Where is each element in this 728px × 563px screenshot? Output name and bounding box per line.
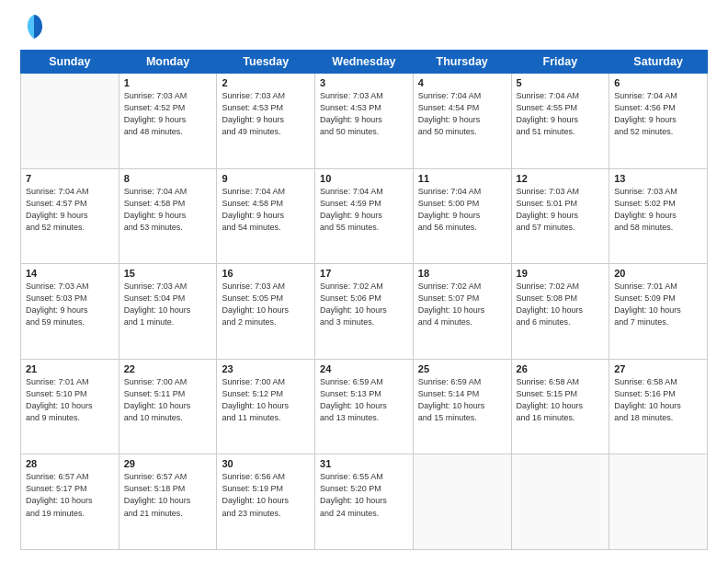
calendar-cell: 22Sunrise: 7:00 AM Sunset: 5:11 PM Dayli… [119, 359, 217, 454]
calendar-week-row: 21Sunrise: 7:01 AM Sunset: 5:10 PM Dayli… [21, 359, 708, 454]
day-info: Sunrise: 7:03 AM Sunset: 5:03 PM Dayligh… [26, 281, 114, 328]
day-info: Sunrise: 7:04 AM Sunset: 4:58 PM Dayligh… [124, 186, 212, 234]
day-number: 4 [418, 77, 506, 88]
logo-icon [24, 13, 44, 40]
day-number: 3 [320, 77, 408, 88]
day-number: 11 [418, 173, 506, 184]
calendar-cell: 27Sunrise: 6:58 AM Sunset: 5:16 PM Dayli… [609, 359, 708, 454]
day-info: Sunrise: 6:59 AM Sunset: 5:13 PM Dayligh… [320, 376, 408, 424]
calendar-cell: 3Sunrise: 7:03 AM Sunset: 4:53 PM Daylig… [315, 74, 414, 169]
calendar-cell: 26Sunrise: 6:58 AM Sunset: 5:15 PM Dayli… [511, 359, 609, 454]
day-info: Sunrise: 7:03 AM Sunset: 5:05 PM Dayligh… [222, 281, 310, 328]
day-info: Sunrise: 7:03 AM Sunset: 4:53 PM Dayligh… [222, 90, 310, 138]
day-number: 15 [124, 268, 212, 279]
day-number: 5 [517, 77, 605, 88]
calendar-cell: 11Sunrise: 7:04 AM Sunset: 5:00 PM Dayli… [413, 168, 511, 264]
day-info: Sunrise: 6:56 AM Sunset: 5:19 PM Dayligh… [222, 471, 310, 519]
calendar-cell: 9Sunrise: 7:04 AM Sunset: 4:58 PM Daylig… [217, 168, 315, 264]
day-of-week-header: Friday [511, 51, 609, 74]
calendar-cell: 17Sunrise: 7:02 AM Sunset: 5:06 PM Dayli… [315, 264, 414, 360]
day-of-week-header: Tuesday [217, 51, 315, 74]
day-number: 30 [222, 458, 310, 469]
calendar-cell: 18Sunrise: 7:02 AM Sunset: 5:07 PM Dayli… [413, 264, 511, 360]
day-info: Sunrise: 7:00 AM Sunset: 5:12 PM Dayligh… [222, 376, 310, 424]
day-number: 12 [517, 173, 605, 184]
calendar-week-row: 14Sunrise: 7:03 AM Sunset: 5:03 PM Dayli… [21, 264, 708, 360]
logo-area [20, 17, 44, 40]
day-info: Sunrise: 7:00 AM Sunset: 5:11 PM Dayligh… [124, 376, 212, 424]
page: SundayMondayTuesdayWednesdayThursdayFrid… [0, 0, 728, 563]
calendar-cell: 10Sunrise: 7:04 AM Sunset: 4:59 PM Dayli… [315, 168, 414, 264]
day-info: Sunrise: 6:59 AM Sunset: 5:14 PM Dayligh… [418, 376, 506, 424]
calendar-cell [21, 74, 119, 169]
calendar-cell: 2Sunrise: 7:03 AM Sunset: 4:53 PM Daylig… [217, 74, 315, 169]
day-info: Sunrise: 7:02 AM Sunset: 5:06 PM Dayligh… [320, 281, 408, 328]
day-of-week-header: Saturday [609, 51, 708, 74]
day-number: 2 [222, 77, 310, 88]
day-info: Sunrise: 7:01 AM Sunset: 5:09 PM Dayligh… [614, 281, 702, 328]
day-number: 9 [222, 173, 310, 184]
calendar-cell: 24Sunrise: 6:59 AM Sunset: 5:13 PM Dayli… [315, 359, 414, 454]
day-number: 22 [124, 363, 212, 374]
day-number: 28 [26, 458, 114, 469]
day-number: 19 [517, 268, 605, 279]
calendar-cell: 20Sunrise: 7:01 AM Sunset: 5:09 PM Dayli… [609, 264, 708, 360]
calendar-header-row: SundayMondayTuesdayWednesdayThursdayFrid… [21, 51, 708, 74]
header [20, 17, 708, 40]
day-info: Sunrise: 7:04 AM Sunset: 4:58 PM Dayligh… [222, 186, 310, 234]
day-number: 26 [517, 363, 605, 374]
day-number: 20 [614, 268, 702, 279]
calendar-cell: 15Sunrise: 7:03 AM Sunset: 5:04 PM Dayli… [119, 264, 217, 360]
calendar-cell: 31Sunrise: 6:55 AM Sunset: 5:20 PM Dayli… [315, 454, 414, 550]
day-number: 21 [26, 363, 114, 374]
calendar-cell: 4Sunrise: 7:04 AM Sunset: 4:54 PM Daylig… [413, 74, 511, 169]
day-info: Sunrise: 7:02 AM Sunset: 5:08 PM Dayligh… [517, 281, 605, 328]
day-number: 18 [418, 268, 506, 279]
calendar-table: SundayMondayTuesdayWednesdayThursdayFrid… [20, 50, 708, 550]
day-info: Sunrise: 7:03 AM Sunset: 5:01 PM Dayligh… [517, 186, 605, 234]
day-number: 23 [222, 363, 310, 374]
calendar-cell: 29Sunrise: 6:57 AM Sunset: 5:18 PM Dayli… [119, 454, 217, 550]
day-number: 6 [614, 77, 702, 88]
day-info: Sunrise: 7:01 AM Sunset: 5:10 PM Dayligh… [26, 376, 114, 424]
day-info: Sunrise: 7:03 AM Sunset: 5:02 PM Dayligh… [614, 186, 702, 234]
calendar-cell: 14Sunrise: 7:03 AM Sunset: 5:03 PM Dayli… [21, 264, 119, 360]
calendar-cell: 5Sunrise: 7:04 AM Sunset: 4:55 PM Daylig… [511, 74, 609, 169]
calendar-cell: 16Sunrise: 7:03 AM Sunset: 5:05 PM Dayli… [217, 264, 315, 360]
calendar-cell: 30Sunrise: 6:56 AM Sunset: 5:19 PM Dayli… [217, 454, 315, 550]
calendar-cell [609, 454, 708, 550]
calendar-cell: 28Sunrise: 6:57 AM Sunset: 5:17 PM Dayli… [21, 454, 119, 550]
day-info: Sunrise: 7:04 AM Sunset: 4:59 PM Dayligh… [320, 186, 408, 234]
day-of-week-header: Sunday [21, 51, 119, 74]
calendar-week-row: 7Sunrise: 7:04 AM Sunset: 4:57 PM Daylig… [21, 168, 708, 264]
day-number: 14 [26, 268, 114, 279]
day-number: 27 [614, 363, 702, 374]
day-number: 24 [320, 363, 408, 374]
day-number: 16 [222, 268, 310, 279]
day-info: Sunrise: 7:04 AM Sunset: 4:57 PM Dayligh… [26, 186, 114, 234]
day-info: Sunrise: 7:04 AM Sunset: 4:54 PM Dayligh… [418, 90, 506, 138]
day-info: Sunrise: 6:58 AM Sunset: 5:16 PM Dayligh… [614, 376, 702, 424]
day-info: Sunrise: 7:04 AM Sunset: 4:55 PM Dayligh… [517, 90, 605, 138]
day-info: Sunrise: 6:57 AM Sunset: 5:17 PM Dayligh… [26, 471, 114, 519]
day-info: Sunrise: 6:57 AM Sunset: 5:18 PM Dayligh… [124, 471, 212, 519]
day-info: Sunrise: 7:03 AM Sunset: 5:04 PM Dayligh… [124, 281, 212, 328]
day-number: 8 [124, 173, 212, 184]
day-info: Sunrise: 6:55 AM Sunset: 5:20 PM Dayligh… [320, 471, 408, 519]
calendar-cell [511, 454, 609, 550]
day-of-week-header: Wednesday [315, 51, 414, 74]
calendar-cell: 13Sunrise: 7:03 AM Sunset: 5:02 PM Dayli… [609, 168, 708, 264]
calendar-week-row: 1Sunrise: 7:03 AM Sunset: 4:52 PM Daylig… [21, 74, 708, 169]
day-info: Sunrise: 6:58 AM Sunset: 5:15 PM Dayligh… [517, 376, 605, 424]
day-number: 29 [124, 458, 212, 469]
day-info: Sunrise: 7:02 AM Sunset: 5:07 PM Dayligh… [418, 281, 506, 328]
calendar-cell: 21Sunrise: 7:01 AM Sunset: 5:10 PM Dayli… [21, 359, 119, 454]
day-number: 1 [124, 77, 212, 88]
day-number: 10 [320, 173, 408, 184]
day-number: 31 [320, 458, 408, 469]
day-number: 7 [26, 173, 114, 184]
calendar-week-row: 28Sunrise: 6:57 AM Sunset: 5:17 PM Dayli… [21, 454, 708, 550]
day-number: 25 [418, 363, 506, 374]
day-number: 13 [614, 173, 702, 184]
calendar-cell: 23Sunrise: 7:00 AM Sunset: 5:12 PM Dayli… [217, 359, 315, 454]
